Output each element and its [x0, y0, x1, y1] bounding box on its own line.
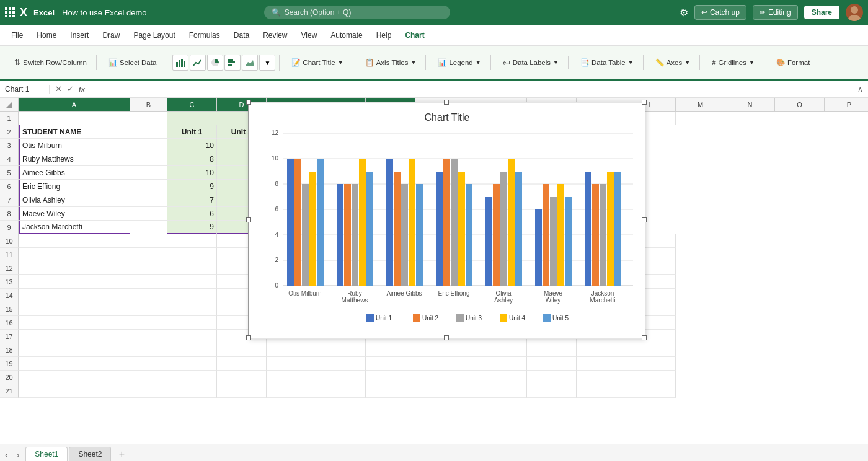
cell-a16[interactable] — [19, 316, 130, 330]
cell-j21[interactable] — [527, 384, 577, 398]
menu-automate[interactable]: Automate — [324, 29, 368, 42]
cell-e18[interactable] — [267, 343, 316, 357]
row-num-10[interactable]: 10 — [0, 234, 19, 248]
row-num-11[interactable]: 11 — [0, 248, 19, 261]
row-num-8[interactable]: 8 — [0, 207, 19, 221]
select-data-button[interactable]: 📊 Select Data — [103, 55, 162, 70]
cell-a3[interactable]: Otis Milburn — [19, 139, 130, 152]
row-num-15[interactable]: 15 — [0, 302, 19, 316]
cell-e20[interactable] — [267, 371, 316, 384]
format-button[interactable]: 🎨 Format — [771, 55, 815, 70]
cell-a5[interactable]: Aimee Gibbs — [19, 166, 130, 180]
cell-b20[interactable] — [130, 371, 167, 384]
cell-b11[interactable] — [130, 248, 167, 261]
row-num-2[interactable]: 2 — [0, 125, 19, 139]
axes-button[interactable]: 📏 Axes ▼ — [650, 55, 696, 70]
cell-a19[interactable] — [19, 357, 130, 371]
cell-c20[interactable] — [167, 371, 217, 384]
cell-b19[interactable] — [130, 357, 167, 371]
cell-a21[interactable] — [19, 384, 130, 398]
col-header-o[interactable]: O — [775, 98, 825, 111]
cell-a8[interactable]: Maeve Wiley — [19, 207, 130, 221]
cell-h18[interactable] — [415, 343, 477, 357]
cell-a13[interactable] — [19, 275, 130, 289]
cell-c11[interactable] — [167, 248, 217, 261]
row-num-14[interactable]: 14 — [0, 289, 19, 302]
cell-c16[interactable] — [167, 316, 217, 330]
cell-c14[interactable] — [167, 289, 217, 302]
row-num-1[interactable]: 1 — [0, 112, 19, 125]
cell-c19[interactable] — [167, 357, 217, 371]
cell-c17[interactable] — [167, 330, 217, 343]
chart-handle-br[interactable] — [642, 335, 647, 340]
cell-c4[interactable]: 8 — [167, 152, 217, 166]
cell-c7[interactable]: 7 — [167, 193, 217, 207]
cell-c12[interactable] — [167, 261, 217, 275]
col-header-p[interactable]: P — [825, 98, 868, 111]
cell-k21[interactable] — [577, 384, 626, 398]
pie-chart-icon-btn[interactable] — [207, 55, 223, 71]
cell-b14[interactable] — [130, 289, 167, 302]
cell-b9[interactable] — [130, 221, 167, 234]
cell-a17[interactable] — [19, 330, 130, 343]
chart-handle-bm[interactable] — [444, 335, 449, 340]
menu-formulas[interactable]: Formulas — [183, 29, 226, 42]
cell-h21[interactable] — [415, 384, 477, 398]
sheet-tab-sheet1[interactable]: Sheet1 — [25, 447, 68, 461]
switch-row-column-button[interactable]: ⇅ Switch Row/Column — [9, 55, 92, 70]
cell-g20[interactable] — [366, 371, 415, 384]
cell-a6[interactable]: Eric Effiong — [19, 180, 130, 193]
search-bar[interactable]: 🔍 Search (Option + Q) — [264, 6, 450, 19]
cell-b4[interactable] — [130, 152, 167, 166]
cell-b7[interactable] — [130, 193, 167, 207]
cell-i18[interactable] — [477, 343, 527, 357]
row-num-4[interactable]: 4 — [0, 152, 19, 166]
cell-i20[interactable] — [477, 371, 527, 384]
cell-a10[interactable] — [19, 234, 130, 248]
col-header-n[interactable]: N — [725, 98, 775, 111]
menu-insert[interactable]: Insert — [64, 29, 95, 42]
cell-a4[interactable]: Ruby Matthews — [19, 152, 130, 166]
cell-b5[interactable] — [130, 166, 167, 180]
cell-i19[interactable] — [477, 357, 527, 371]
cell-c21[interactable] — [167, 384, 217, 398]
cell-k20[interactable] — [577, 371, 626, 384]
cell-b6[interactable] — [130, 180, 167, 193]
cell-l18[interactable] — [626, 343, 676, 357]
menu-page-layout[interactable]: Page Layout — [127, 29, 181, 42]
cell-c9[interactable]: 9 — [167, 221, 217, 234]
cell-j20[interactable] — [527, 371, 577, 384]
cell-g18[interactable] — [366, 343, 415, 357]
cell-d21[interactable] — [217, 384, 267, 398]
avatar[interactable] — [846, 4, 863, 21]
cell-b3[interactable] — [130, 139, 167, 152]
cell-a9[interactable]: Jackson Marchetti — [19, 221, 130, 234]
cell-b18[interactable] — [130, 343, 167, 357]
cell-c2-unit1[interactable]: Unit 1 — [167, 125, 217, 139]
cell-b17[interactable] — [130, 330, 167, 343]
area-chart-icon-btn[interactable] — [242, 55, 258, 71]
menu-view[interactable]: View — [295, 29, 324, 42]
menu-home[interactable]: Home — [30, 29, 63, 42]
cell-d19[interactable] — [217, 357, 267, 371]
cell-l19[interactable] — [626, 357, 676, 371]
settings-icon[interactable]: ⚙ — [680, 7, 688, 19]
row-num-18[interactable]: 18 — [0, 343, 19, 357]
bar-chart-icon-btn[interactable] — [172, 55, 188, 71]
chart-container[interactable]: Chart Title 0 2 4 6 8 10 12 — [248, 102, 645, 338]
chart-handle-tm[interactable] — [444, 100, 449, 105]
line-chart-icon-btn[interactable] — [190, 55, 206, 71]
cell-a1[interactable] — [19, 112, 130, 125]
row-num-6[interactable]: 6 — [0, 180, 19, 193]
chart-handle-ml[interactable] — [246, 217, 251, 222]
col-header-c[interactable]: C — [167, 98, 217, 111]
cell-j19[interactable] — [527, 357, 577, 371]
cell-c13[interactable] — [167, 275, 217, 289]
cell-reference[interactable]: Chart 1 — [0, 85, 50, 94]
cell-f18[interactable] — [316, 343, 366, 357]
cell-b21[interactable] — [130, 384, 167, 398]
more-charts-icon-btn[interactable]: ▼ — [259, 55, 275, 71]
chart-handle-tr[interactable] — [642, 100, 647, 105]
cell-a2-student-name[interactable]: STUDENT NAME — [19, 125, 130, 139]
row-num-21[interactable]: 21 — [0, 384, 19, 398]
